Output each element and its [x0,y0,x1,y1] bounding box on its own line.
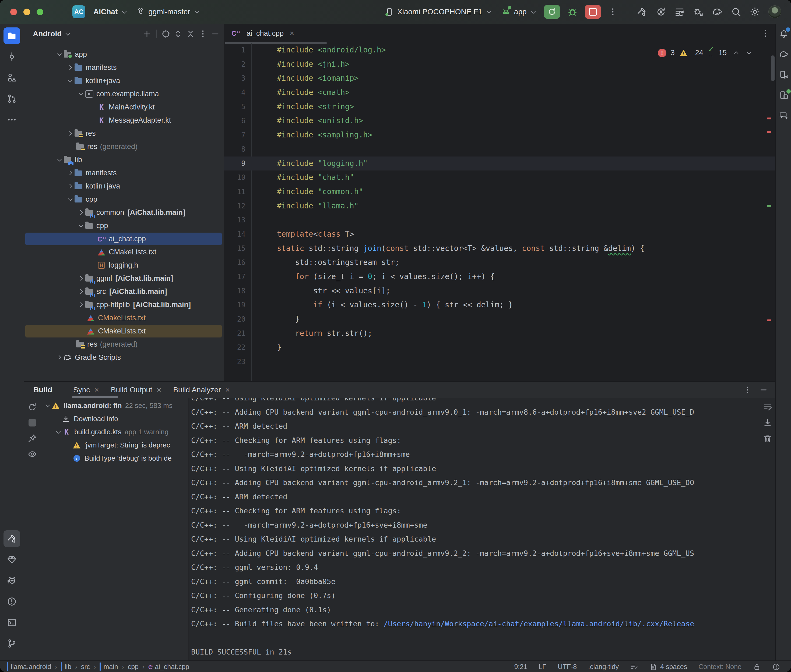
chevron-right-icon[interactable] [77,288,85,295]
project-tree-item-cmakelists-txt[interactable]: CMakeLists.txt [24,311,224,325]
build-console[interactable]: C/C++: -- Using KleidiAI optimized kerne… [189,398,775,661]
tool-button-notifications[interactable] [777,27,791,41]
options-icon[interactable] [198,29,208,39]
chevron-down-icon[interactable] [56,157,63,163]
sync-tree-item[interactable]: 'jvmTarget: String' is deprec [44,438,188,452]
build-tab-sync[interactable]: Sync × [67,382,105,398]
project-view-selector[interactable]: Android [33,30,71,38]
run-configuration-selector[interactable]: app [501,7,537,17]
chevron-down-icon[interactable] [67,77,74,85]
project-tree-item-ai-chat-cpp[interactable]: ai_chat.cpp [24,232,224,245]
tool-button-more[interactable] [3,111,20,128]
project-tree-item-app[interactable]: app [24,48,224,61]
status-encoding[interactable]: UTF-8 [558,663,577,670]
sync-tree-item[interactable]: Download info [44,412,188,426]
soft-wrap-icon[interactable] [763,402,772,411]
tool-button-running-devices[interactable] [777,88,791,102]
status-write-access[interactable] [753,663,761,671]
project-tree-item-src[interactable]: src [AiChat.lib.main] [24,285,224,298]
tool-button-terminal[interactable] [3,614,20,631]
attach-debugger-icon[interactable] [693,6,704,17]
collapse-all-icon[interactable] [186,29,196,39]
build-tab-build-analyzer[interactable]: Build Analyzer × [167,382,236,398]
project-tree-item-gradle-scripts[interactable]: Gradle Scripts [24,351,224,364]
breadcrumb-item-lib[interactable]: lib [61,663,71,670]
project-tree-item-ggml[interactable]: ggml [AiChat.lib.main] [24,272,224,285]
branch-selector[interactable]: ggml-master [136,7,201,16]
close-tab-icon[interactable]: × [225,386,230,395]
project-tree-item-common[interactable]: common [AiChat.lib.main] [24,206,224,219]
scroll-to-end-icon[interactable] [763,418,772,427]
chevron-right-icon[interactable] [67,130,74,137]
apply-changes-icon[interactable] [674,6,685,17]
chevron-down-icon[interactable] [44,402,51,409]
project-tree-item-kotlin-java[interactable]: kotlin+java [24,74,224,87]
chevron-right-icon[interactable] [67,64,74,71]
close-tab-icon[interactable]: × [94,386,99,395]
error-stripe-mark[interactable] [767,117,771,119]
breadcrumb-item-src[interactable]: src [81,663,90,670]
chevron-down-icon[interactable] [77,91,85,98]
sync-project-icon[interactable] [655,6,666,17]
build-tab-build-output[interactable]: Build Output × [105,382,167,398]
project-tree-item-logging-h[interactable]: logging.h [24,259,224,272]
sync-tree-item[interactable]: build.gradle.kts app 1 warning [44,426,188,438]
build-icon[interactable] [637,6,647,17]
code-editor[interactable]: 1 #include <android/log.h> 2 #include <j… [224,43,775,381]
hide-icon[interactable] [210,29,220,39]
close-window-button[interactable] [10,9,17,15]
tool-button-logcat[interactable] [3,572,20,589]
refresh-icon[interactable] [27,402,37,412]
project-tree-item-cmakelists-txt[interactable]: CMakeLists.txt [24,245,224,259]
chevron-right-icon[interactable] [67,170,74,177]
project-tree-item-res[interactable]: res (generated) [24,140,224,153]
status-clang-tidy[interactable]: .clang-tidy [588,663,619,670]
project-tree-item-cmakelists-txt[interactable]: CMakeLists.txt [24,325,224,338]
error-stripe-mark[interactable] [767,131,771,133]
rerun-button[interactable] [544,5,560,19]
project-tree-item-cpp-httplib[interactable]: cpp-httplib [AiChat.lib.main] [24,298,224,311]
more-run-actions-button[interactable] [608,7,618,17]
tool-button-build[interactable] [3,530,20,547]
status-caret-position[interactable]: 9:21 [514,663,527,670]
status-context[interactable]: Context: None [698,663,741,670]
stop-square-icon[interactable] [27,418,37,427]
search-icon[interactable] [731,6,741,17]
device-selector[interactable]: Xiaomi POCOPHONE F1 [385,7,493,16]
error-stripe-mark[interactable] [767,320,771,322]
project-tree-item-mainactivity-kt[interactable]: MainActivity.kt [24,101,224,114]
breadcrumb-item-main[interactable]: main [99,663,118,670]
tool-button-problems[interactable] [3,593,20,610]
status-line-ending[interactable]: LF [539,663,546,670]
project-tree-item-cpp[interactable]: cpp [24,193,224,206]
pin-icon[interactable] [27,434,37,443]
stop-button[interactable] [585,5,601,19]
build-options-icon[interactable] [743,386,752,395]
tool-button-project[interactable] [3,27,20,44]
sync-tree-item[interactable]: llama.android: fin 22 sec, 583 ms [44,399,188,412]
tool-button-device-manager[interactable] [777,68,791,82]
tool-button-app-quality-insights[interactable] [3,551,20,568]
zoom-window-button[interactable] [37,9,43,15]
add-icon[interactable] [142,29,152,39]
gradle-sync-icon[interactable] [712,6,723,17]
tool-button-gradle[interactable] [777,47,791,61]
status-indent[interactable]: 4 spaces [650,663,687,671]
preview-icon[interactable] [27,449,37,459]
breadcrumb-item-llama-android[interactable]: llama.android [7,663,51,670]
chevron-down-icon[interactable] [67,196,74,203]
chevron-down-icon[interactable] [55,429,62,436]
avatar[interactable] [769,5,781,18]
next-problem-icon[interactable] [746,50,752,56]
ok-stripe-mark[interactable] [767,205,771,207]
editor-scrollbar[interactable] [771,55,775,81]
project-tree-item-kotlin-java[interactable]: kotlin+java [24,180,224,193]
settings-icon[interactable] [749,6,761,17]
locate-icon[interactable] [161,29,171,39]
breadcrumb-item-cpp[interactable]: cpp [128,663,139,670]
tool-button-commit[interactable] [3,48,20,65]
close-tab-icon[interactable]: × [290,29,294,38]
project-tree-item-manifests[interactable]: manifests [24,61,224,74]
inspections-widget[interactable]: ! 3 24 ✓~~ 15 [658,47,752,59]
sync-tree-item[interactable]: BuildType 'debug' is both de [44,452,188,465]
